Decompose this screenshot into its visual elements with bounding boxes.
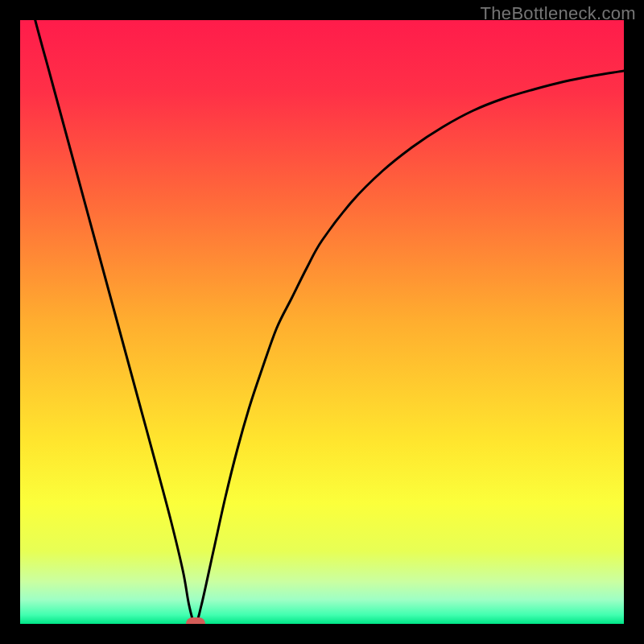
plot-area <box>20 20 624 624</box>
watermark-text: TheBottleneck.com <box>481 3 636 24</box>
plot-svg <box>20 20 624 624</box>
chart-frame: TheBottleneck.com <box>0 0 644 644</box>
optimal-point-marker <box>186 617 205 624</box>
gradient-background <box>20 20 624 624</box>
